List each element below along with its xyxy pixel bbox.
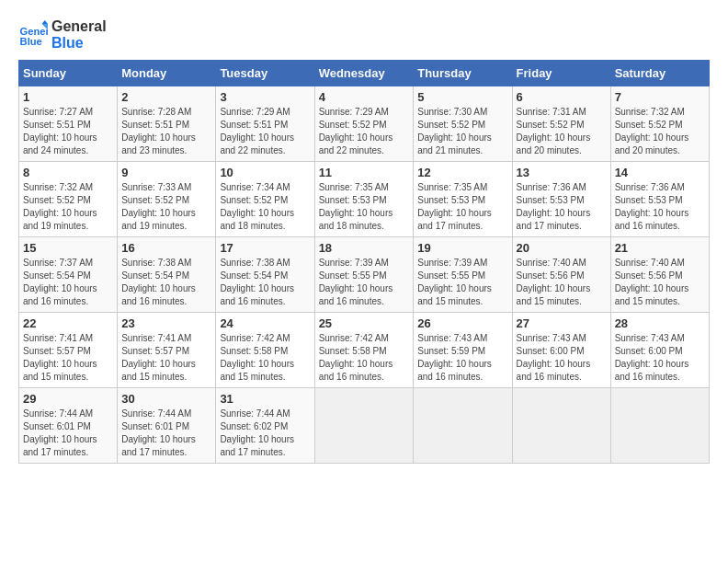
calendar-cell: 14Sunrise: 7:36 AMSunset: 5:53 PMDayligh… <box>610 162 709 237</box>
day-info: Sunrise: 7:44 AMSunset: 6:01 PMDaylight:… <box>121 408 211 459</box>
day-number: 20 <box>517 241 607 255</box>
calendar-cell <box>512 388 610 464</box>
calendar-cell: 27Sunrise: 7:43 AMSunset: 6:00 PMDayligh… <box>512 313 610 388</box>
day-number: 9 <box>121 166 211 179</box>
calendar-cell: 15Sunrise: 7:37 AMSunset: 5:54 PMDayligh… <box>19 237 118 313</box>
day-number: 31 <box>220 392 310 406</box>
calendar-cell: 12Sunrise: 7:35 AMSunset: 5:53 PMDayligh… <box>414 162 512 237</box>
calendar-header-sunday: Sunday <box>19 61 118 86</box>
day-info: Sunrise: 7:38 AMSunset: 5:54 PMDaylight:… <box>220 257 310 308</box>
calendar-cell: 6Sunrise: 7:31 AMSunset: 5:52 PMDaylight… <box>512 86 610 162</box>
day-number: 10 <box>220 166 310 179</box>
day-info: Sunrise: 7:31 AMSunset: 5:52 PMDaylight:… <box>517 106 607 157</box>
calendar-cell: 2Sunrise: 7:28 AMSunset: 5:51 PMDaylight… <box>118 86 216 162</box>
calendar-cell: 18Sunrise: 7:39 AMSunset: 5:55 PMDayligh… <box>314 237 414 313</box>
calendar-cell: 24Sunrise: 7:42 AMSunset: 5:58 PMDayligh… <box>216 313 314 388</box>
calendar-cell: 28Sunrise: 7:43 AMSunset: 6:00 PMDayligh… <box>610 313 709 388</box>
calendar-header-friday: Friday <box>512 61 610 86</box>
day-info: Sunrise: 7:44 AMSunset: 6:01 PMDaylight:… <box>23 408 113 459</box>
calendar-cell: 8Sunrise: 7:32 AMSunset: 5:52 PMDaylight… <box>19 162 118 237</box>
day-number: 29 <box>23 392 113 406</box>
day-number: 21 <box>615 241 705 255</box>
day-info: Sunrise: 7:44 AMSunset: 6:02 PMDaylight:… <box>220 408 310 459</box>
day-info: Sunrise: 7:32 AMSunset: 5:52 PMDaylight:… <box>23 181 113 233</box>
calendar-body: 1Sunrise: 7:27 AMSunset: 5:51 PMDaylight… <box>19 86 710 464</box>
day-number: 18 <box>319 241 410 255</box>
day-number: 25 <box>319 316 410 330</box>
day-number: 22 <box>23 316 113 330</box>
calendar-cell: 22Sunrise: 7:41 AMSunset: 5:57 PMDayligh… <box>19 313 118 388</box>
day-number: 27 <box>517 316 607 330</box>
day-number: 11 <box>319 166 410 179</box>
calendar-cell: 25Sunrise: 7:42 AMSunset: 5:58 PMDayligh… <box>314 313 414 388</box>
calendar-cell <box>610 388 709 464</box>
calendar-week-row: 15Sunrise: 7:37 AMSunset: 5:54 PMDayligh… <box>19 237 710 313</box>
calendar-week-row: 29Sunrise: 7:44 AMSunset: 6:01 PMDayligh… <box>19 388 710 464</box>
calendar-header-saturday: Saturday <box>610 61 709 86</box>
day-info: Sunrise: 7:43 AMSunset: 5:59 PMDaylight:… <box>417 332 507 384</box>
calendar-header-thursday: Thursday <box>414 61 512 86</box>
day-number: 1 <box>23 90 113 104</box>
day-info: Sunrise: 7:41 AMSunset: 5:57 PMDaylight:… <box>23 332 113 384</box>
day-info: Sunrise: 7:32 AMSunset: 5:52 PMDaylight:… <box>615 106 705 157</box>
day-number: 5 <box>417 90 507 104</box>
calendar-cell: 23Sunrise: 7:41 AMSunset: 5:57 PMDayligh… <box>118 313 216 388</box>
calendar-cell: 11Sunrise: 7:35 AMSunset: 5:53 PMDayligh… <box>314 162 414 237</box>
logo-text-general: General <box>51 18 107 35</box>
day-number: 23 <box>121 316 211 330</box>
day-number: 19 <box>417 241 507 255</box>
calendar-header-row: SundayMondayTuesdayWednesdayThursdayFrid… <box>19 61 710 86</box>
calendar-cell: 7Sunrise: 7:32 AMSunset: 5:52 PMDaylight… <box>610 86 709 162</box>
day-info: Sunrise: 7:36 AMSunset: 5:53 PMDaylight:… <box>517 181 607 233</box>
day-info: Sunrise: 7:29 AMSunset: 5:51 PMDaylight:… <box>220 106 310 157</box>
day-number: 14 <box>615 166 705 179</box>
calendar-cell: 4Sunrise: 7:29 AMSunset: 5:52 PMDaylight… <box>314 86 414 162</box>
day-info: Sunrise: 7:40 AMSunset: 5:56 PMDaylight:… <box>615 257 705 308</box>
day-info: Sunrise: 7:39 AMSunset: 5:55 PMDaylight:… <box>319 257 410 308</box>
calendar-cell: 20Sunrise: 7:40 AMSunset: 5:56 PMDayligh… <box>512 237 610 313</box>
day-number: 17 <box>220 241 310 255</box>
logo: General Blue General Blue <box>18 18 107 51</box>
day-number: 24 <box>220 316 310 330</box>
day-info: Sunrise: 7:28 AMSunset: 5:51 PMDaylight:… <box>121 106 211 157</box>
calendar-cell: 1Sunrise: 7:27 AMSunset: 5:51 PMDaylight… <box>19 86 118 162</box>
day-info: Sunrise: 7:35 AMSunset: 5:53 PMDaylight:… <box>417 181 507 233</box>
calendar-week-row: 8Sunrise: 7:32 AMSunset: 5:52 PMDaylight… <box>19 162 710 237</box>
logo-text-blue: Blue <box>51 35 107 52</box>
logo-icon: General Blue <box>18 20 48 50</box>
day-info: Sunrise: 7:42 AMSunset: 5:58 PMDaylight:… <box>319 332 410 384</box>
day-number: 30 <box>121 392 211 406</box>
calendar-cell: 10Sunrise: 7:34 AMSunset: 5:52 PMDayligh… <box>216 162 314 237</box>
day-info: Sunrise: 7:37 AMSunset: 5:54 PMDaylight:… <box>23 257 113 308</box>
calendar-cell: 5Sunrise: 7:30 AMSunset: 5:52 PMDaylight… <box>414 86 512 162</box>
day-info: Sunrise: 7:41 AMSunset: 5:57 PMDaylight:… <box>121 332 211 384</box>
calendar-cell: 26Sunrise: 7:43 AMSunset: 5:59 PMDayligh… <box>414 313 512 388</box>
calendar-cell: 29Sunrise: 7:44 AMSunset: 6:01 PMDayligh… <box>19 388 118 464</box>
calendar-week-row: 22Sunrise: 7:41 AMSunset: 5:57 PMDayligh… <box>19 313 710 388</box>
day-number: 2 <box>121 90 211 104</box>
day-info: Sunrise: 7:42 AMSunset: 5:58 PMDaylight:… <box>220 332 310 384</box>
day-info: Sunrise: 7:34 AMSunset: 5:52 PMDaylight:… <box>220 181 310 233</box>
calendar-week-row: 1Sunrise: 7:27 AMSunset: 5:51 PMDaylight… <box>19 86 710 162</box>
calendar-cell: 19Sunrise: 7:39 AMSunset: 5:55 PMDayligh… <box>414 237 512 313</box>
day-info: Sunrise: 7:43 AMSunset: 6:00 PMDaylight:… <box>517 332 607 384</box>
calendar-cell: 3Sunrise: 7:29 AMSunset: 5:51 PMDaylight… <box>216 86 314 162</box>
calendar-header-wednesday: Wednesday <box>314 61 414 86</box>
calendar-cell: 17Sunrise: 7:38 AMSunset: 5:54 PMDayligh… <box>216 237 314 313</box>
day-number: 13 <box>517 166 607 179</box>
calendar-cell: 16Sunrise: 7:38 AMSunset: 5:54 PMDayligh… <box>118 237 216 313</box>
calendar-cell: 13Sunrise: 7:36 AMSunset: 5:53 PMDayligh… <box>512 162 610 237</box>
day-info: Sunrise: 7:39 AMSunset: 5:55 PMDaylight:… <box>417 257 507 308</box>
day-info: Sunrise: 7:38 AMSunset: 5:54 PMDaylight:… <box>121 257 211 308</box>
day-number: 3 <box>220 90 310 104</box>
day-info: Sunrise: 7:35 AMSunset: 5:53 PMDaylight:… <box>319 181 410 233</box>
day-info: Sunrise: 7:29 AMSunset: 5:52 PMDaylight:… <box>319 106 410 157</box>
day-number: 6 <box>517 90 607 104</box>
day-number: 28 <box>615 316 705 330</box>
calendar-cell: 21Sunrise: 7:40 AMSunset: 5:56 PMDayligh… <box>610 237 709 313</box>
svg-text:Blue: Blue <box>20 36 42 47</box>
calendar-cell: 9Sunrise: 7:33 AMSunset: 5:52 PMDaylight… <box>118 162 216 237</box>
calendar-header-monday: Monday <box>118 61 216 86</box>
day-number: 16 <box>121 241 211 255</box>
day-number: 15 <box>23 241 113 255</box>
